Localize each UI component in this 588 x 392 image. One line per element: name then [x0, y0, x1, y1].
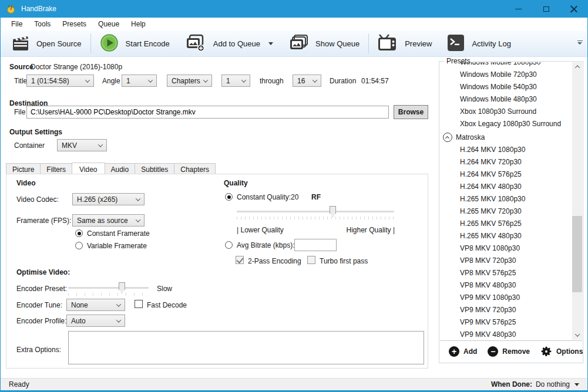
show-queue-icon: [288, 35, 308, 53]
preset-item[interactable]: H.264 MKV 576p25: [440, 168, 572, 181]
avg-bitrate-input[interactable]: [294, 239, 337, 251]
encoder-preset-ticks: [68, 293, 150, 296]
scroll-down-icon[interactable]: [572, 330, 582, 340]
preset-add-button[interactable]: + Add: [443, 346, 482, 357]
preview-button[interactable]: Preview: [370, 31, 439, 56]
preset-item[interactable]: H.265 MKV 480p30: [440, 230, 572, 242]
fast-decode-label: Fast Decode: [147, 301, 187, 309]
show-queue-button[interactable]: Show Queue: [281, 31, 367, 56]
avg-bitrate-radio[interactable]: [225, 241, 233, 249]
preset-item[interactable]: VP9 MKV 480p30: [440, 329, 572, 340]
extra-options-input[interactable]: [68, 331, 424, 364]
preset-category-matroska[interactable]: Matroska: [440, 130, 572, 144]
file-path-input[interactable]: [26, 106, 389, 119]
when-done-dropdown-icon: [574, 383, 579, 386]
variable-framerate-radio[interactable]: [75, 242, 83, 249]
preset-item[interactable]: H.264 MKV 720p30: [440, 156, 572, 168]
preset-item[interactable]: H.264 MKV 1080p30: [440, 144, 572, 156]
show-queue-label: Show Queue: [315, 39, 359, 48]
scroll-up-icon[interactable]: [572, 62, 582, 72]
range-start-select[interactable]: 1: [221, 75, 250, 87]
preset-item[interactable]: Xbox 1080p30 Surround: [440, 106, 572, 118]
preset-item[interactable]: Windows Mobile 480p30: [440, 93, 572, 106]
range-type-select[interactable]: Chapters: [167, 75, 212, 87]
preset-item[interactable]: H.264 MKV 480p30: [440, 181, 572, 193]
turbo-first-pass-label: Turbo first pass: [320, 257, 368, 265]
preset-item[interactable]: VP8 MKV 576p25: [440, 267, 572, 279]
preset-item[interactable]: H.265 MKV 720p30: [440, 205, 572, 218]
encoder-preset-slider-thumb[interactable]: [119, 282, 125, 293]
maximize-button[interactable]: [532, 0, 560, 18]
angle-label: Angle: [102, 77, 120, 85]
encoder-preset-label: Encoder Preset:: [16, 285, 67, 293]
duration-label: Duration: [330, 77, 356, 85]
preset-remove-button[interactable]: − Remove: [482, 346, 535, 357]
minimize-button[interactable]: [505, 0, 532, 18]
preset-item[interactable]: VP9 MKV 1080p30: [440, 292, 572, 304]
video-codec-select[interactable]: H.265 (x265): [72, 193, 145, 205]
toolbar: Open Source Start Encode: [1, 31, 587, 57]
scrollbar-thumb[interactable]: [572, 216, 582, 292]
framerate-select[interactable]: Same as source: [72, 214, 145, 227]
video-heading: Video: [16, 179, 35, 187]
container-select[interactable]: MKV: [57, 139, 107, 151]
toolbar-separator: [90, 33, 91, 53]
range-end-value: 16: [297, 77, 305, 85]
constant-quality-radio[interactable]: [225, 193, 233, 201]
quality-slider[interactable]: [237, 211, 394, 212]
range-end-select[interactable]: 16: [293, 75, 321, 87]
encoder-tune-select[interactable]: None: [66, 299, 125, 311]
collapse-icon[interactable]: [443, 133, 452, 142]
menu-queue[interactable]: Queue: [92, 18, 125, 30]
close-button[interactable]: [560, 0, 587, 18]
title-select[interactable]: 1 (01:54:58): [26, 75, 94, 87]
preset-item[interactable]: Xbox Legacy 1080p30 Surround: [440, 118, 572, 130]
preset-item[interactable]: VP9 MKV 576p25: [440, 316, 572, 329]
presets-scrollbar[interactable]: [572, 62, 582, 340]
preset-item[interactable]: VP9 MKV 720p30: [440, 304, 572, 316]
when-done-control[interactable]: When Done: Do nothing: [491, 380, 579, 388]
activity-log-button[interactable]: Activity Log: [439, 31, 518, 56]
turbo-first-pass-checkbox[interactable]: [307, 256, 315, 264]
menu-presets[interactable]: Presets: [56, 18, 92, 30]
menu-help[interactable]: Help: [125, 18, 152, 30]
presets-panel: Presets Windows Mobile 1080p30 Windows M…: [439, 61, 583, 363]
video-codec-value: H.265 (x265): [77, 195, 117, 204]
add-to-queue-button[interactable]: Add to Queue: [177, 31, 281, 56]
preset-options-button[interactable]: Options: [535, 346, 588, 357]
preset-item[interactable]: Windows Mobile 720p30: [440, 69, 572, 81]
add-to-queue-dropdown-icon[interactable]: [268, 42, 273, 45]
add-to-queue-label: Add to Queue: [213, 39, 260, 48]
start-encode-button[interactable]: Start Encode: [92, 31, 177, 56]
constant-framerate-radio[interactable]: [75, 229, 83, 237]
preset-item[interactable]: VP8 MKV 480p30: [440, 279, 572, 292]
container-value: MKV: [62, 141, 77, 150]
two-pass-checkbox[interactable]: [236, 256, 244, 264]
extra-options-label: Extra Options:: [16, 346, 61, 354]
quality-slider-thumb[interactable]: [330, 206, 336, 217]
menu-tools[interactable]: Tools: [28, 18, 56, 30]
encoder-profile-select[interactable]: Auto: [66, 315, 125, 327]
encoder-tune-value: None: [71, 301, 88, 309]
preset-item[interactable]: Windows Mobile 540p30: [440, 81, 572, 93]
range-type-value: Chapters: [172, 77, 200, 85]
minus-icon: −: [488, 346, 498, 357]
preset-item[interactable]: H.265 MKV 576p25: [440, 218, 572, 230]
open-source-button[interactable]: Open Source: [4, 31, 89, 56]
close-icon: [570, 5, 577, 12]
fast-decode-checkbox[interactable]: [135, 300, 143, 308]
toolbar-separator: [368, 33, 369, 53]
higher-quality-label: Higher Quality |: [344, 226, 395, 234]
preset-item[interactable]: H.265 MKV 1080p30: [440, 193, 572, 205]
toolbar-overflow-button[interactable]: [576, 40, 583, 45]
encoder-profile-value: Auto: [71, 317, 86, 325]
presets-footer: + Add − Remove Options: [440, 340, 582, 362]
angle-select[interactable]: 1: [122, 75, 157, 87]
variable-framerate-label: Variable Framerate: [87, 242, 147, 250]
preset-item[interactable]: Windows Mobile 1080p30: [440, 62, 572, 69]
menu-file[interactable]: File: [5, 18, 28, 30]
browse-button[interactable]: Browse: [394, 105, 428, 119]
preset-item[interactable]: VP8 MKV 720p30: [440, 255, 572, 267]
preset-item[interactable]: VP8 MKV 1080p30: [440, 242, 572, 255]
encoder-preset-slider[interactable]: [68, 287, 149, 289]
